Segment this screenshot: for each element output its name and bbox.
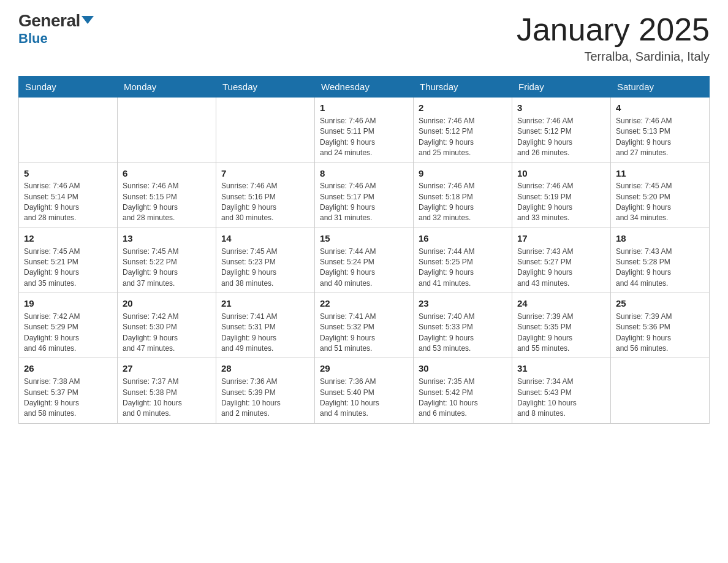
calendar-cell: 13Sunrise: 7:45 AMSunset: 5:22 PMDayligh… (118, 228, 216, 293)
day-info: Sunrise: 7:39 AMSunset: 5:35 PMDaylight:… (517, 312, 605, 354)
day-info: Sunrise: 7:41 AMSunset: 5:31 PMDaylight:… (221, 312, 309, 354)
day-number: 6 (123, 167, 211, 180)
calendar-cell: 4Sunrise: 7:46 AMSunset: 5:13 PMDaylight… (611, 98, 710, 163)
day-number: 29 (320, 362, 408, 375)
day-info: Sunrise: 7:44 AMSunset: 5:24 PMDaylight:… (320, 247, 408, 289)
calendar-cell: 16Sunrise: 7:44 AMSunset: 5:25 PMDayligh… (414, 228, 512, 293)
day-info: Sunrise: 7:46 AMSunset: 5:16 PMDaylight:… (221, 181, 309, 224)
calendar-cell: 8Sunrise: 7:46 AMSunset: 5:17 PMDaylight… (315, 163, 414, 228)
day-info: Sunrise: 7:42 AMSunset: 5:30 PMDaylight:… (123, 312, 211, 354)
logo-blue-label: Blue (18, 31, 48, 47)
day-info: Sunrise: 7:42 AMSunset: 5:29 PMDaylight:… (24, 312, 112, 354)
day-info: Sunrise: 7:46 AMSunset: 5:11 PMDaylight:… (320, 116, 408, 159)
day-info: Sunrise: 7:45 AMSunset: 5:22 PMDaylight:… (123, 247, 211, 289)
calendar-cell: 9Sunrise: 7:46 AMSunset: 5:18 PMDaylight… (414, 163, 512, 228)
day-info: Sunrise: 7:46 AMSunset: 5:12 PMDaylight:… (517, 116, 605, 159)
weekday-header-row: SundayMondayTuesdayWednesdayThursdayFrid… (19, 77, 710, 98)
day-info: Sunrise: 7:44 AMSunset: 5:25 PMDaylight:… (419, 247, 507, 289)
day-number: 25 (616, 297, 704, 310)
calendar-cell (611, 358, 710, 423)
calendar-cell: 10Sunrise: 7:46 AMSunset: 5:19 PMDayligh… (512, 163, 611, 228)
weekday-header-tuesday: Tuesday (216, 77, 315, 98)
page-header: General Blue January 2025 Terralba, Sard… (18, 12, 710, 64)
day-info: Sunrise: 7:46 AMSunset: 5:19 PMDaylight:… (517, 181, 605, 224)
calendar-cell (118, 98, 216, 163)
day-number: 23 (419, 297, 507, 310)
day-number: 30 (419, 362, 507, 375)
day-number: 27 (123, 362, 211, 375)
day-number: 20 (123, 297, 211, 310)
day-number: 21 (221, 297, 309, 310)
day-number: 7 (221, 167, 309, 180)
day-number: 5 (24, 167, 112, 180)
calendar-cell: 25Sunrise: 7:39 AMSunset: 5:36 PMDayligh… (611, 293, 710, 358)
day-info: Sunrise: 7:46 AMSunset: 5:12 PMDaylight:… (419, 116, 507, 159)
day-info: Sunrise: 7:35 AMSunset: 5:42 PMDaylight:… (419, 377, 507, 419)
calendar-cell: 30Sunrise: 7:35 AMSunset: 5:42 PMDayligh… (414, 358, 512, 423)
day-number: 9 (419, 167, 507, 180)
day-info: Sunrise: 7:39 AMSunset: 5:36 PMDaylight:… (616, 312, 704, 354)
weekday-header-friday: Friday (512, 77, 611, 98)
week-row-2: 5Sunrise: 7:46 AMSunset: 5:14 PMDaylight… (19, 163, 710, 228)
day-info: Sunrise: 7:45 AMSunset: 5:20 PMDaylight:… (616, 181, 704, 224)
weekday-header-saturday: Saturday (611, 77, 710, 98)
calendar-cell (216, 98, 315, 163)
day-number: 22 (320, 297, 408, 310)
calendar-cell: 6Sunrise: 7:46 AMSunset: 5:15 PMDaylight… (118, 163, 216, 228)
day-info: Sunrise: 7:40 AMSunset: 5:33 PMDaylight:… (419, 312, 507, 354)
calendar-cell: 27Sunrise: 7:37 AMSunset: 5:38 PMDayligh… (118, 358, 216, 423)
day-number: 14 (221, 232, 309, 245)
calendar-cell: 31Sunrise: 7:34 AMSunset: 5:43 PMDayligh… (512, 358, 611, 423)
day-number: 17 (517, 232, 605, 245)
weekday-header-sunday: Sunday (19, 77, 118, 98)
calendar-cell: 2Sunrise: 7:46 AMSunset: 5:12 PMDaylight… (414, 98, 512, 163)
day-info: Sunrise: 7:43 AMSunset: 5:28 PMDaylight:… (616, 247, 704, 289)
day-number: 1 (320, 101, 408, 115)
weekday-header-thursday: Thursday (414, 77, 512, 98)
day-number: 31 (517, 362, 605, 375)
calendar-cell: 26Sunrise: 7:38 AMSunset: 5:37 PMDayligh… (19, 358, 118, 423)
calendar-cell: 17Sunrise: 7:43 AMSunset: 5:27 PMDayligh… (512, 228, 611, 293)
month-title: January 2025 (517, 12, 710, 47)
day-number: 11 (616, 167, 704, 180)
calendar-cell: 7Sunrise: 7:46 AMSunset: 5:16 PMDaylight… (216, 163, 315, 228)
logo-general-label: General (18, 11, 80, 30)
day-number: 26 (24, 362, 112, 375)
calendar-cell: 11Sunrise: 7:45 AMSunset: 5:20 PMDayligh… (611, 163, 710, 228)
day-info: Sunrise: 7:38 AMSunset: 5:37 PMDaylight:… (24, 377, 112, 419)
day-info: Sunrise: 7:46 AMSunset: 5:13 PMDaylight:… (616, 116, 704, 159)
calendar-cell: 24Sunrise: 7:39 AMSunset: 5:35 PMDayligh… (512, 293, 611, 358)
day-info: Sunrise: 7:43 AMSunset: 5:27 PMDaylight:… (517, 247, 605, 289)
day-number: 24 (517, 297, 605, 310)
calendar-cell: 12Sunrise: 7:45 AMSunset: 5:21 PMDayligh… (19, 228, 118, 293)
calendar-cell: 21Sunrise: 7:41 AMSunset: 5:31 PMDayligh… (216, 293, 315, 358)
week-row-3: 12Sunrise: 7:45 AMSunset: 5:21 PMDayligh… (19, 228, 710, 293)
day-number: 10 (517, 167, 605, 180)
day-number: 16 (419, 232, 507, 245)
title-block: January 2025 Terralba, Sardinia, Italy (517, 12, 710, 64)
logo: General Blue (18, 12, 94, 47)
calendar-cell: 5Sunrise: 7:46 AMSunset: 5:14 PMDaylight… (19, 163, 118, 228)
day-number: 15 (320, 232, 408, 245)
week-row-4: 19Sunrise: 7:42 AMSunset: 5:29 PMDayligh… (19, 293, 710, 358)
logo-arrow-icon (82, 16, 94, 24)
day-number: 8 (320, 167, 408, 180)
day-number: 19 (24, 297, 112, 310)
logo-general-text: General (18, 12, 94, 29)
day-info: Sunrise: 7:46 AMSunset: 5:18 PMDaylight:… (419, 181, 507, 224)
calendar-table: SundayMondayTuesdayWednesdayThursdayFrid… (18, 76, 710, 424)
calendar-cell: 20Sunrise: 7:42 AMSunset: 5:30 PMDayligh… (118, 293, 216, 358)
day-info: Sunrise: 7:45 AMSunset: 5:21 PMDaylight:… (24, 247, 112, 289)
week-row-5: 26Sunrise: 7:38 AMSunset: 5:37 PMDayligh… (19, 358, 710, 423)
weekday-header-monday: Monday (118, 77, 216, 98)
day-info: Sunrise: 7:34 AMSunset: 5:43 PMDaylight:… (517, 377, 605, 419)
day-info: Sunrise: 7:41 AMSunset: 5:32 PMDaylight:… (320, 312, 408, 354)
day-number: 4 (616, 101, 704, 115)
calendar-cell: 18Sunrise: 7:43 AMSunset: 5:28 PMDayligh… (611, 228, 710, 293)
day-info: Sunrise: 7:36 AMSunset: 5:40 PMDaylight:… (320, 377, 408, 419)
day-info: Sunrise: 7:45 AMSunset: 5:23 PMDaylight:… (221, 247, 309, 289)
day-info: Sunrise: 7:36 AMSunset: 5:39 PMDaylight:… (221, 377, 309, 419)
week-row-1: 1Sunrise: 7:46 AMSunset: 5:11 PMDaylight… (19, 98, 710, 163)
calendar-cell: 22Sunrise: 7:41 AMSunset: 5:32 PMDayligh… (315, 293, 414, 358)
calendar-cell: 23Sunrise: 7:40 AMSunset: 5:33 PMDayligh… (414, 293, 512, 358)
